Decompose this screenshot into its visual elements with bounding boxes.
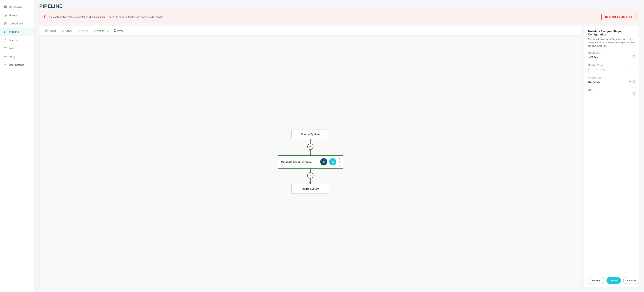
stage-chevron-up[interactable]: ⌃ [337, 157, 340, 160]
metadata-key-field-group: Metadata Key Test Key [588, 52, 635, 60]
label-field-info-icon[interactable] [632, 92, 635, 96]
svg-rect-2 [4, 7, 5, 8]
stage-node-label: Metadata Assigner Stage [281, 160, 312, 164]
assigner-type-select[interactable]: REPLACE [588, 80, 635, 85]
label-field-label: Label [588, 89, 635, 91]
panel-actions: RESET SAVE CANCEL [588, 274, 635, 284]
svg-point-37 [634, 56, 634, 56]
arrow-connector-2 [310, 168, 310, 172]
logs-icon [4, 46, 7, 50]
assigner-type-value: REPLACE [588, 80, 600, 83]
toolbar: RESET UNDO REDO VALIDATE SAVE [40, 26, 581, 36]
svg-rect-11 [4, 31, 5, 32]
alert-banner: The configuration of the connector has b… [39, 11, 639, 23]
config-panel: Metadata Assigner Stage Configuration Th… [584, 26, 639, 287]
metadata-values-value: Add a new entry... + [588, 67, 635, 73]
save-button[interactable]: SAVE [111, 28, 126, 34]
sidebar-item-user-settings[interactable]: User Settings [0, 60, 34, 69]
svg-rect-32 [332, 161, 334, 163]
sidebar-item-history[interactable]: History [0, 11, 34, 19]
sidebar-item-label: License [9, 38, 18, 42]
sidebar-item-logs[interactable]: Logs [0, 44, 34, 52]
license-icon [4, 38, 7, 42]
panel-save-button[interactable]: SAVE [606, 277, 621, 284]
svg-rect-30 [114, 30, 115, 30]
stage-delete-button[interactable] [329, 158, 336, 166]
stage-chevron-down[interactable]: ⌄ [337, 164, 340, 167]
sidebar-item-pipeline[interactable]: Pipeline [0, 28, 34, 36]
svg-rect-12 [4, 32, 5, 33]
undo-button[interactable]: UNDO [59, 28, 74, 34]
sidebar-item-items[interactable]: Items [0, 52, 34, 60]
select-icons [629, 80, 635, 83]
pipeline-diagram: Source System + ⌃ Metadata Assign [278, 129, 343, 194]
redo-button[interactable]: REDO [75, 28, 90, 34]
svg-point-10 [4, 24, 5, 24]
svg-point-8 [5, 23, 6, 24]
svg-point-28 [44, 17, 44, 18]
metadata-key-info-icon[interactable] [632, 55, 635, 58]
assigner-type-label: Assigner Type [588, 76, 635, 79]
label-field-value [588, 92, 635, 97]
pipeline-canvas: RESET UNDO REDO VALIDATE SAVE [39, 26, 581, 287]
alert-icon [42, 15, 46, 19]
history-icon [4, 14, 7, 17]
source-system-node[interactable]: Source System [292, 129, 329, 139]
sidebar-item-label: Pipeline [9, 30, 19, 33]
metadata-key-value: Test Key [588, 55, 635, 60]
sidebar-item-license[interactable]: License [0, 36, 34, 44]
svg-point-6 [4, 22, 5, 23]
add-entry-button[interactable]: + [629, 67, 631, 71]
metadata-key-label: Metadata Key [588, 52, 635, 54]
label-field-group: Label [588, 89, 635, 97]
canvas-area[interactable]: Source System + ⌃ Metadata Assign [40, 36, 581, 287]
target-system-node[interactable]: Target System [292, 184, 329, 194]
items-icon [4, 55, 7, 58]
sidebar-item-label: User Settings [9, 63, 24, 66]
sidebar-item-label: Logs [9, 47, 15, 50]
reset-button[interactable]: RESET [42, 28, 58, 34]
assigner-type-field-group: Assigner Type REPLACE [588, 76, 635, 85]
panel-title: Metadata Assigner Stage Configuration [588, 30, 635, 36]
arrow-connector-3 [309, 178, 312, 184]
add-stage-button-2[interactable]: + [307, 172, 314, 178]
svg-rect-1 [5, 6, 6, 7]
arrow-connector-1 [309, 150, 312, 155]
assigner-type-info-icon[interactable] [632, 80, 635, 83]
page-header: PIPELINE [34, 0, 644, 11]
svg-point-46 [634, 93, 634, 93]
panel-reset-button[interactable]: RESET [588, 277, 604, 284]
restart-connector-button[interactable]: RESTART CONNECTOR [602, 14, 636, 20]
panel-description: The Metadata Assigner Stage alters or as… [588, 38, 635, 48]
metadata-values-label: Metadata Values [588, 64, 635, 66]
dashboard-icon [4, 5, 7, 8]
sidebar-item-label: History [9, 14, 17, 17]
metadata-assigner-stage-node: ⌃ Metadata Assigner Stage [278, 155, 343, 168]
validate-button[interactable]: VALIDATE [91, 28, 110, 34]
pipeline-icon [4, 30, 7, 34]
sidebar-item-label: Configuration [9, 22, 24, 25]
connector-line-1 [310, 139, 310, 144]
configuration-icon [4, 22, 7, 25]
alert-content: The configuration of the connector has b… [42, 15, 164, 19]
svg-point-43 [634, 80, 634, 81]
metadata-values-info-icon[interactable] [632, 68, 635, 71]
svg-point-31 [323, 161, 324, 162]
sidebar: Dashboard History Configuration Pipeline… [0, 0, 34, 292]
svg-point-40 [634, 68, 634, 68]
add-stage-button-1[interactable]: + [307, 144, 314, 150]
sidebar-item-configuration[interactable]: Configuration [0, 19, 34, 28]
content-area: RESET UNDO REDO VALIDATE SAVE [34, 26, 644, 292]
stage-settings-button[interactable] [320, 158, 328, 166]
svg-point-25 [5, 64, 6, 65]
svg-rect-0 [4, 6, 5, 7]
panel-cancel-button[interactable]: CANCEL [623, 277, 639, 284]
sidebar-item-dashboard[interactable]: Dashboard [0, 3, 34, 11]
page-title: PIPELINE [39, 4, 639, 9]
user-settings-icon [4, 63, 7, 66]
main-content: PIPELINE The configuration of the connec… [34, 0, 644, 292]
svg-rect-3 [5, 7, 6, 8]
sidebar-item-label: Items [9, 55, 15, 58]
alert-message: The configuration of the connector has b… [48, 16, 164, 18]
metadata-values-field-group: Metadata Values Add a new entry... + [588, 64, 635, 73]
